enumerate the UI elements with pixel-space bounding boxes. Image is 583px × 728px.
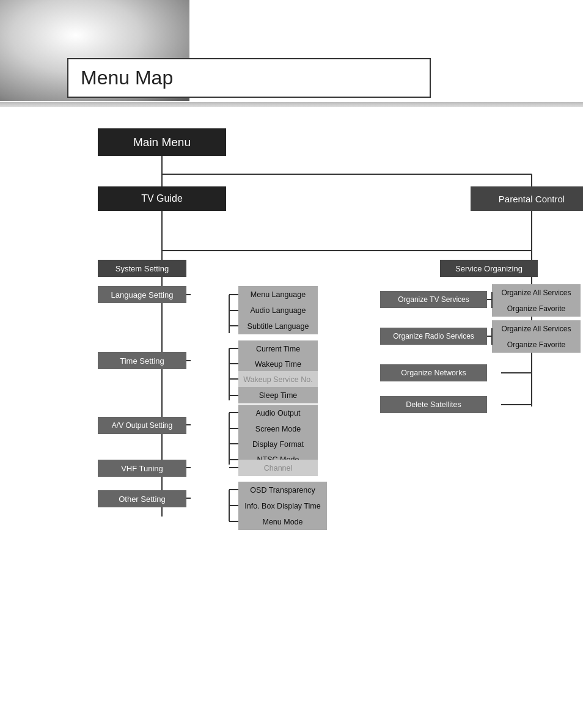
tv-guide-box: TV Guide — [98, 186, 226, 211]
organize-radio-box: Organize Radio Services — [380, 328, 487, 345]
organize-tv-box: Organize TV Services — [380, 291, 487, 308]
wakeup-time-box: Wakeup Time — [238, 356, 318, 372]
vhf-tuning-box: VHF Tuning — [98, 460, 186, 477]
page-title: Menu Map — [81, 67, 173, 89]
menu-language-box: Menu Language — [238, 286, 318, 303]
system-setting-box: System Setting — [98, 260, 186, 277]
audio-language-box: Audio Language — [238, 302, 318, 318]
language-setting-box: Language Setting — [98, 286, 186, 303]
wakeup-service-box: Wakeup Service No. — [238, 371, 318, 388]
radio-all-services-box: Organize All Services — [492, 320, 581, 337]
av-output-box: A/V Output Setting — [98, 417, 186, 434]
service-organizing-box: Service Organizing — [440, 260, 538, 277]
main-menu-box: Main Menu — [98, 128, 226, 156]
menu-mode-box: Menu Mode — [238, 513, 327, 530]
header: Menu Map — [0, 0, 583, 107]
menu-map: Main Menu TV Guide Parental Control Syst… — [0, 119, 583, 547]
time-setting-box: Time Setting — [98, 352, 186, 369]
audio-output-box: Audio Output — [238, 405, 318, 421]
radio-organize-fav-box: Organize Favorite — [492, 336, 581, 353]
title-box: Menu Map — [67, 58, 431, 98]
subtitle-language-box: Subtitle Language — [238, 318, 318, 334]
tv-organize-fav-box: Organize Favorite — [492, 300, 581, 317]
delete-satellites-box: Delete Satellites — [380, 396, 487, 413]
organize-networks-box: Organize Networks — [380, 364, 487, 381]
main-content: Main Menu TV Guide Parental Control Syst… — [0, 107, 583, 572]
parental-control-box: Parental Control — [471, 186, 583, 211]
current-time-box: Current Time — [238, 340, 318, 357]
sleep-time-box: Sleep Time — [238, 387, 318, 403]
header-line — [0, 102, 583, 107]
other-setting-box: Other Setting — [98, 490, 186, 507]
tv-all-services-box: Organize All Services — [492, 284, 581, 301]
channel-box: Channel — [238, 460, 318, 476]
info-box-display-box: Info. Box Display Time — [238, 498, 327, 514]
osd-transparency-box: OSD Transparency — [238, 482, 327, 498]
screen-mode-box: Screen Mode — [238, 421, 318, 437]
display-format-box: Display Format — [238, 436, 318, 452]
